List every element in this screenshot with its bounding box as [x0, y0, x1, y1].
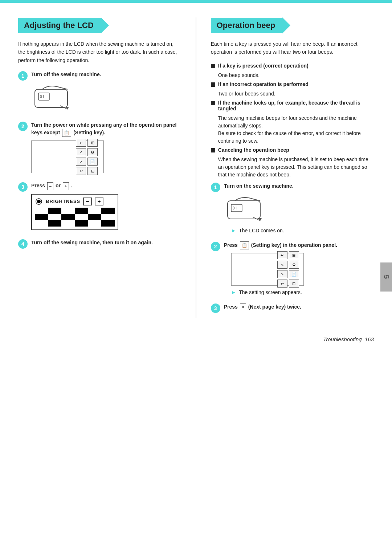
right-step-3-num: 3: [211, 304, 220, 313]
step-2-num: 2: [18, 122, 28, 131]
bullet-section: If a key is pressed (correct operation) …: [211, 63, 374, 179]
step-2-content: Turn the power on while pressing any of …: [31, 121, 181, 177]
bullet-2-text: Two or four beeps sound.: [218, 90, 374, 98]
right-step-1: 1 Turn on the sewing machine. 0 I ►: [211, 182, 374, 236]
step-2-label: Turn the power on while pressing any of …: [31, 121, 181, 137]
machine-illustration-2: 0 I: [224, 194, 374, 224]
column-divider: [196, 17, 196, 318]
panel-btn-settings: ⚙: [87, 148, 98, 156]
right-step-1-content: Turn on the sewing machine. 0 I ► The LC…: [224, 182, 374, 236]
top-bar: [0, 0, 392, 3]
step-4: 4 Turn off the sewing machine, then turn…: [18, 239, 181, 249]
bullet-4-title: Canceling the operation beep: [218, 147, 289, 153]
brightness-minus-btn[interactable]: −: [83, 197, 92, 205]
right-section-title-bg: Operation beep: [211, 18, 282, 33]
panel-btn2-extra: ⊡: [289, 280, 299, 288]
c10: [75, 214, 88, 220]
step-4-num: 4: [18, 239, 28, 249]
plus-key-icon: +: [63, 182, 69, 190]
bullet-3-title: If the machine locks up, for example, be…: [218, 100, 374, 111]
step-3-num: 3: [18, 182, 28, 192]
c5: [88, 208, 102, 214]
right-step-3-label: Press > (Next page key) twice.: [224, 303, 374, 311]
panel-btn-stitch: ⊞: [87, 139, 98, 147]
c18: [101, 220, 115, 226]
c11: [88, 214, 102, 220]
panel-btn-right: >: [76, 158, 86, 166]
bullet-4: Canceling the operation beep: [211, 147, 374, 153]
or-text: or: [56, 183, 61, 188]
bullet-2-title: If an incorrect operation is performed: [218, 81, 309, 87]
left-section-title: Adjusting the LCD: [24, 21, 94, 30]
panel-btn2-page: 📄: [289, 270, 299, 278]
step-4-content: Turn off the sewing machine, then turn i…: [31, 239, 181, 247]
next-page-key-icon: >: [240, 303, 246, 311]
machine-illustration-1: 0 I: [31, 82, 181, 113]
c15: [61, 220, 75, 226]
right-step-1-num: 1: [211, 183, 220, 192]
c8: [48, 214, 62, 220]
left-column: Adjusting the LCD If nothing appears in …: [18, 17, 181, 318]
checkerboard: [35, 208, 115, 227]
bullet-2-square: [211, 82, 215, 87]
right-section-chevron: [282, 17, 290, 33]
bullet-3-square: [211, 101, 215, 105]
bullet-4-square: [211, 148, 215, 152]
c13: [35, 220, 48, 226]
c6: [101, 208, 115, 214]
c14: [48, 220, 62, 226]
bullet-1-text: One beep sounds.: [218, 72, 374, 79]
panel-buttons-1: ↵ ⊞ < ⚙ > 📄 ↩ ⊡: [74, 137, 100, 177]
svg-point-5: [37, 200, 41, 203]
right-step-2-arrow: ► The setting screen appears.: [231, 289, 374, 295]
step-2: 2 Turn the power on while pressing any o…: [18, 121, 181, 177]
step-1-num: 1: [18, 71, 28, 81]
panel-btn-page: 📄: [87, 158, 98, 166]
right-intro-text: Each time a key is pressed you will hear…: [211, 40, 374, 56]
c12: [101, 214, 115, 220]
panel-btn-left: <: [76, 148, 86, 156]
page-tab: 5: [380, 262, 392, 292]
bullet-1-square: [211, 64, 215, 68]
brightness-top-bar: BRIGHTNESS − +: [35, 197, 115, 205]
svg-text:0 I: 0 I: [40, 95, 44, 99]
right-section-title: Operation beep: [217, 21, 275, 30]
panel-btn2-stitch: ⊞: [289, 251, 299, 259]
panel-btn2-left: <: [277, 261, 287, 269]
page-tab-number: 5: [382, 275, 391, 279]
left-section-header: Adjusting the LCD: [18, 17, 181, 33]
panel-btn-enter: ↩: [76, 167, 86, 175]
bullet-1-title: If a key is pressed (correct operation): [218, 63, 309, 69]
panel-buttons-2: ↵ ⊞ < ⚙ > 📄 ↩ ⊡: [275, 249, 301, 290]
panel-btn2-settings: ⚙: [289, 261, 299, 269]
setting-key-icon: 📋: [62, 129, 71, 137]
step-1: 1 Turn off the sewing machine. 0 I: [18, 71, 181, 116]
c4: [75, 208, 88, 214]
bullet-2: If an incorrect operation is performed: [211, 81, 374, 87]
c1: [35, 208, 48, 214]
bullet-3: If the machine locks up, for example, be…: [211, 100, 374, 111]
step-3-content: Press − or + . B: [31, 182, 181, 233]
brightness-plus-btn[interactable]: +: [95, 197, 103, 205]
c17: [88, 220, 102, 226]
c16: [75, 220, 88, 226]
step-1-content: Turn off the sewing machine. 0 I: [31, 71, 181, 116]
c3: [61, 208, 75, 214]
page-footer: Troubleshooting 163: [0, 333, 392, 350]
right-step-3: 3 Press > (Next page key) twice.: [211, 303, 374, 313]
right-step-2-label: Press 📋 (Setting key) in the operation p…: [224, 241, 374, 249]
panel-illustration-1: ↵ ⊞ < ⚙ > 📄 ↩ ⊡: [31, 140, 181, 173]
right-step-1-label: Turn on the sewing machine.: [224, 182, 374, 190]
right-step-1-arrow: ► The LCD comes on.: [231, 228, 374, 233]
panel-illustration-2: ↵ ⊞ < ⚙ > 📄 ↩ ⊡: [224, 253, 374, 286]
step-3: 3 Press − or + .: [18, 182, 181, 233]
setting-key-icon-2: 📋: [240, 241, 249, 249]
brightness-sun-icon: [35, 197, 43, 205]
c2: [48, 208, 62, 214]
svg-text:0 I: 0 I: [233, 206, 237, 210]
panel-btn2-enter: ↩: [277, 280, 287, 288]
c7: [35, 214, 48, 220]
brightness-text: BRIGHTNESS: [46, 199, 80, 204]
panel-btn-back: ↵: [76, 139, 86, 147]
step-3-label: Press − or + .: [31, 182, 181, 190]
